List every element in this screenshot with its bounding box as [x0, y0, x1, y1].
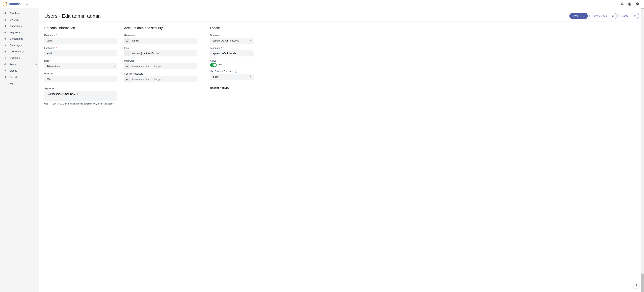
user-icon [4, 18, 7, 21]
search-icon [26, 2, 29, 6]
sidebar-item-label: Campaigns [10, 44, 22, 47]
last-name-label: Last name * [44, 47, 118, 49]
brand-name: mautic [9, 2, 20, 6]
browser-scrollbar[interactable]: ▲ [641, 0, 644, 292]
username-label: Username * [124, 34, 197, 37]
help-icon[interactable]: ? [136, 60, 138, 62]
password-input[interactable] [130, 63, 197, 69]
language-select[interactable]: System Default Locale [210, 50, 254, 56]
transport-label: Use Custom Transport ? [210, 70, 254, 73]
sidebar-item-unlimited-sql[interactable]: Unlimited SQL [0, 48, 39, 55]
lock-icon [124, 63, 130, 69]
sidebar-item-label: Components [10, 38, 23, 40]
user-circle-icon [628, 2, 632, 6]
sidebar-item-components[interactable]: Components ▶ [0, 36, 39, 42]
help-icon[interactable]: ? [235, 70, 237, 73]
svg-point-11 [5, 58, 6, 59]
sidebar: Dashboard Contacts Companies Segments Co… [0, 8, 39, 292]
sidebar-item-label: Segments [10, 31, 20, 34]
svg-rect-15 [126, 53, 128, 54]
header-divider [39, 22, 644, 22]
brand-logo[interactable]: mautic [3, 2, 20, 6]
layers-icon [4, 38, 7, 40]
file-icon [4, 76, 7, 78]
sidebar-item-label: Companies [10, 25, 22, 27]
svg-point-4 [637, 4, 638, 4]
sidebar-item-label: Channels [10, 57, 20, 59]
transport-select[interactable]: mailjet [210, 74, 254, 80]
user-icon [124, 38, 130, 44]
position-label: Position [44, 72, 118, 75]
active-toggle[interactable] [210, 63, 217, 67]
signature-hint: Use |FROM_NAME| in the signature to auto… [44, 102, 118, 105]
database-icon [4, 50, 7, 53]
hash-icon [4, 82, 7, 85]
chevron-right-icon: ▶ [36, 57, 37, 59]
sidebar-item-label: Points [10, 63, 16, 66]
sidebar-item-campaigns[interactable]: Campaigns [0, 42, 39, 48]
pie-icon [4, 31, 7, 34]
timezone-select[interactable]: System Default Timezone [210, 38, 254, 44]
brand-logo-mark [3, 2, 7, 6]
chevron-right-icon: ▶ [36, 64, 37, 65]
sidebar-item-label: Tags [10, 82, 15, 85]
wifi-icon [4, 57, 7, 59]
sidebar-item-tags[interactable]: Tags [0, 80, 39, 87]
save-close-button-label: Save & Close [593, 15, 607, 17]
bell-icon [620, 2, 624, 6]
role-select[interactable]: Administrator [44, 63, 118, 69]
main-content: Users - Edit admin admin Save ✓ Save & C… [39, 8, 644, 292]
envelope-icon [124, 50, 130, 56]
chevron-right-icon: ▶ [36, 38, 37, 40]
svg-rect-7 [5, 25, 6, 27]
sidebar-item-stages[interactable]: Stages [0, 68, 39, 74]
sidebar-item-label: Reports [10, 76, 18, 78]
username-input[interactable] [130, 38, 197, 44]
save-close-button[interactable]: Save & Close ▣ [590, 13, 617, 19]
active-label: Active [210, 59, 254, 62]
svg-point-3 [630, 3, 630, 4]
floating-help-button[interactable]: ? [633, 282, 639, 289]
svg-line-1 [28, 5, 28, 5]
funnel-icon [4, 69, 7, 72]
search-button[interactable] [25, 2, 30, 6]
account-heading: Account data and security [124, 26, 197, 30]
sidebar-item-contacts[interactable]: Contacts [0, 17, 39, 23]
language-label: Language * [210, 47, 254, 49]
svg-point-13 [5, 64, 6, 65]
svg-point-6 [5, 19, 6, 20]
first-name-label: First name * [44, 34, 118, 37]
scrollbar-thumb[interactable] [641, 273, 644, 292]
sidebar-item-companies[interactable]: Companies [0, 23, 39, 29]
sidebar-item-points[interactable]: Points ▶ [0, 61, 39, 68]
signature-textarea[interactable] [44, 91, 118, 101]
check-icon: ✓ [583, 15, 585, 17]
building-icon [4, 25, 7, 27]
target-icon [4, 63, 7, 66]
sidebar-item-dashboard[interactable]: Dashboard [0, 10, 39, 17]
sidebar-item-channels[interactable]: Channels ▶ [0, 55, 39, 61]
sidebar-item-reports[interactable]: Reports [0, 74, 39, 80]
cancel-button[interactable]: Cancel ✕ [618, 13, 639, 19]
cancel-button-label: Cancel [622, 15, 629, 17]
sidebar-item-label: Dashboard [10, 12, 21, 15]
first-name-input[interactable] [44, 38, 118, 44]
personal-heading: Personal information [44, 26, 118, 30]
last-name-input[interactable] [44, 50, 118, 56]
svg-rect-17 [126, 79, 128, 80]
email-input[interactable] [130, 50, 197, 56]
notifications-button[interactable] [620, 2, 624, 6]
settings-button[interactable] [635, 2, 640, 6]
save-button[interactable]: Save ✓ [569, 13, 588, 19]
sidebar-item-segments[interactable]: Segments [0, 29, 39, 36]
svg-rect-9 [4, 38, 6, 40]
help-icon[interactable]: ? [144, 73, 147, 75]
page-title: Users - Edit admin admin [44, 13, 101, 19]
role-label: Role * [44, 59, 118, 62]
sidebar-item-label: Unlimited SQL [10, 50, 25, 53]
account-button[interactable] [628, 2, 632, 6]
close-icon: ✕ [634, 15, 636, 17]
svg-point-14 [126, 40, 127, 41]
position-input[interactable] [44, 76, 118, 82]
confirm-password-input[interactable] [130, 76, 197, 82]
